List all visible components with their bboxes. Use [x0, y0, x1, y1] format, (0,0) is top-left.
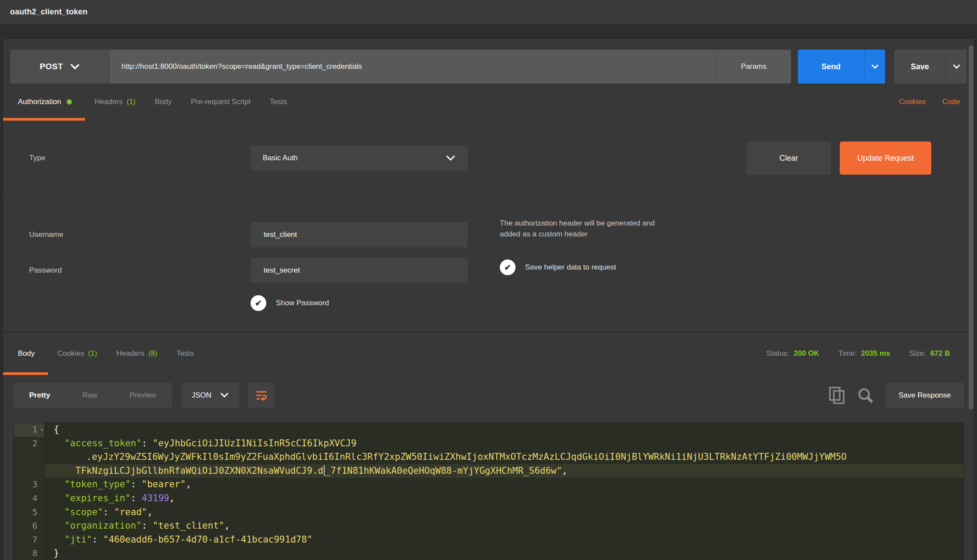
request-builder-panel: POST http://host1:8000/oauth/token?scope… [3, 38, 974, 560]
code-line: } [45, 547, 963, 560]
code-row: 6"organization": "test_client", [14, 519, 963, 533]
username-input[interactable]: test_client [251, 222, 468, 247]
auth-helper-text: The authorization header will be generat… [500, 218, 655, 240]
format-dropdown[interactable]: JSON [181, 383, 239, 408]
type-label: Type [29, 154, 251, 162]
tab-tests[interactable]: Tests [260, 84, 297, 120]
response-toolbar: Pretty Raw Preview JSON [3, 375, 974, 408]
tab-body[interactable]: Body [145, 84, 181, 120]
code-row: 7"jti": "460eadd6-b657-4d70-a1cf-41bcac9… [14, 533, 963, 547]
response-tab-cookies[interactable]: Cookies (1) [48, 333, 107, 374]
tab-links: Cookies Code [899, 84, 974, 120]
url-input[interactable]: http://host1:8000/oauth/token?scope=read… [109, 50, 716, 84]
code-line: "organization": "test_client", [45, 519, 963, 533]
line-number: 5 [14, 506, 45, 520]
copy-icon[interactable] [828, 385, 846, 405]
code-line: .eyJzY29wZSI6WyJyZWFkIl0sIm9yZ2FuaXphdGl… [45, 450, 963, 464]
request-title: oauth2_client_token [10, 7, 88, 17]
code-line: "scope": "read", [45, 506, 963, 520]
time-badge: Time: 2035 ms [838, 349, 890, 358]
tab-label: Tests [270, 98, 287, 106]
save-button[interactable]: Save [894, 50, 946, 84]
line-number: 7 [14, 533, 45, 547]
time-value: 2035 ms [861, 349, 890, 358]
helper-text-line1: The authorization header will be generat… [500, 218, 655, 229]
wrap-text-icon [255, 389, 268, 402]
helper-text-line2: added as a custom header [500, 229, 655, 240]
checkmark-icon: ✔ [255, 299, 262, 307]
tab-label: Tests [176, 349, 194, 358]
chevron-down-icon [220, 392, 229, 398]
response-code: 1▾{2"access_token": "eyJhbGciOiJIUzI1NiI… [14, 423, 963, 560]
tab-count: (8) [148, 349, 157, 358]
tab-pre-request-script[interactable]: Pre-request Script [181, 84, 260, 120]
response-tab-tests[interactable]: Tests [167, 333, 204, 374]
line-number: 8 [14, 547, 45, 560]
send-split-button: Send [798, 50, 885, 84]
chevron-down-icon [70, 64, 80, 70]
code-line: "access_token": "eyJhbGciOiJIUzI1NiIsInR… [45, 437, 963, 451]
code-row: 4"expires_in": 43199, [14, 492, 963, 506]
auth-configured-dot [67, 99, 72, 105]
response-section: Body Cookies (1) Headers (8) Tests Statu… [3, 332, 974, 560]
search-icon[interactable] [857, 387, 874, 404]
chevron-down-icon [446, 155, 455, 161]
save-helper-checkbox[interactable]: ✔ [500, 260, 516, 275]
send-options-button[interactable] [864, 50, 885, 84]
fold-caret-icon[interactable]: ▾ [40, 423, 44, 437]
cookies-link[interactable]: Cookies [899, 98, 926, 106]
chevron-down-icon [953, 64, 960, 69]
response-toolbar-right: Save Response [828, 383, 964, 408]
auth-type-row: Type Basic Auth Clear Update Request [3, 121, 974, 195]
line-number: 6 [14, 519, 45, 533]
tab-count: (1) [127, 98, 136, 106]
view-mode-raw[interactable]: Raw [66, 391, 113, 400]
line-number: 3 [14, 478, 45, 492]
tab-label: Body [155, 98, 172, 106]
format-value: JSON [192, 391, 211, 400]
response-meta: Status: 200 OK Time: 2035 ms Size: 672 B [766, 333, 974, 374]
show-password-checkbox[interactable]: ✔ [251, 295, 266, 311]
tab-label: Pre-request Script [191, 98, 251, 106]
line-number [14, 464, 45, 478]
auth-type-dropdown[interactable]: Basic Auth [251, 145, 468, 171]
view-mode-group: Pretty Raw Preview [13, 383, 172, 408]
password-input[interactable]: test_secret [251, 258, 468, 283]
response-tab-headers[interactable]: Headers (8) [107, 333, 167, 374]
code-line: { [45, 423, 963, 437]
size-label: Size: [909, 349, 926, 358]
code-row: 5"scope": "read", [14, 506, 963, 520]
text-cursor [324, 465, 325, 476]
code-line: "token_type": "bearer", [45, 478, 963, 492]
clear-button[interactable]: Clear [746, 142, 831, 175]
view-mode-pretty[interactable]: Pretty [13, 391, 66, 400]
wrap-text-button[interactable] [248, 383, 274, 408]
tab-label: Cookies [58, 349, 84, 358]
code-row: 8} [14, 547, 963, 560]
vertical-scrollbar[interactable] [969, 45, 974, 409]
code-row: 2"access_token": "eyJhbGciOiJIUzI1NiIsIn… [14, 437, 963, 451]
save-split-button: Save [894, 50, 967, 84]
method-dropdown[interactable]: POST [10, 50, 109, 84]
size-badge: Size: 672 B [909, 349, 950, 358]
params-button[interactable]: Params [716, 50, 791, 84]
save-helper-row: ✔ Save helper data to request [500, 260, 655, 275]
username-label: Username [29, 230, 251, 239]
line-number: 1▾ [14, 423, 45, 437]
tab-authorization[interactable]: Authorization [3, 84, 85, 120]
update-request-button[interactable]: Update Request [840, 142, 931, 175]
code-row: 3"token_type": "bearer", [14, 478, 963, 492]
code-link[interactable]: Code [942, 98, 960, 106]
send-button[interactable]: Send [798, 50, 864, 84]
line-number: 2 [14, 437, 45, 451]
response-body-viewer[interactable]: 1▾{2"access_token": "eyJhbGciOiJIUzI1NiI… [13, 422, 964, 560]
code-line: "jti": "460eadd6-b657-4d70-a1cf-41bcac99… [45, 533, 963, 547]
response-tab-body[interactable]: Body [3, 333, 48, 374]
view-mode-preview[interactable]: Preview [113, 391, 172, 400]
code-row: TFkNzgiLCJjbGllbnRfaWQiOiJ0ZXN0X2NsaWVud… [14, 464, 963, 478]
tab-headers[interactable]: Headers (1) [85, 84, 145, 120]
auth-helper-column: The authorization header will be generat… [500, 218, 655, 275]
size-value: 672 B [930, 349, 950, 358]
save-response-button[interactable]: Save Response [885, 383, 964, 408]
save-options-button[interactable] [946, 50, 967, 84]
